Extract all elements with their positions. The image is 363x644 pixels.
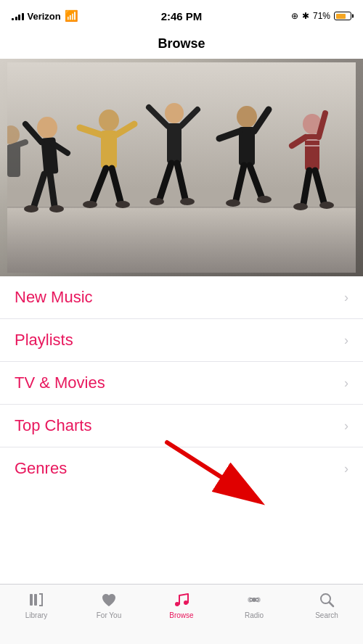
tab-radio[interactable]: Radio (218, 590, 290, 619)
svg-rect-50 (30, 594, 33, 606)
tab-library-label: Library (25, 611, 48, 619)
svg-point-27 (237, 106, 257, 128)
tab-for-you-label: For You (97, 611, 121, 619)
hero-image-container[interactable] (0, 59, 363, 276)
page-title: Browse (0, 32, 363, 59)
battery-label: 71% (313, 11, 330, 21)
hero-overlay (0, 59, 363, 276)
svg-point-44 (319, 202, 334, 209)
chevron-right-icon: › (344, 376, 348, 391)
status-right: ⊕ ✱ 71% (291, 11, 351, 21)
battery-icon (334, 12, 351, 20)
svg-point-52 (175, 602, 179, 606)
music-note-icon (172, 590, 191, 609)
chevron-right-icon: › (344, 290, 348, 305)
svg-point-11 (99, 110, 119, 131)
svg-point-43 (293, 203, 308, 210)
chevron-right-icon: › (344, 333, 348, 348)
svg-point-25 (150, 198, 164, 205)
chevron-right-icon: › (344, 418, 348, 434)
status-left: Verizon 📶 (12, 9, 78, 22)
status-time: 2:46 PM (161, 10, 203, 22)
svg-point-33 (226, 199, 240, 207)
svg-point-9 (24, 205, 38, 212)
svg-line-56 (330, 603, 334, 607)
tab-search-label: Search (315, 611, 338, 619)
svg-point-53 (184, 600, 188, 605)
svg-rect-1 (7, 207, 356, 273)
svg-rect-51 (34, 594, 37, 606)
svg-line-8 (50, 174, 54, 206)
svg-rect-20 (167, 123, 182, 163)
search-icon (317, 590, 336, 609)
tab-radio-label: Radio (245, 611, 264, 619)
menu-item-label-tv-movies: TV & Movies (15, 373, 105, 392)
tab-browse-label: Browse (169, 611, 193, 619)
status-bar: Verizon 📶 2:46 PM ⊕ ✱ 71% (0, 0, 363, 32)
tab-library[interactable]: Library (0, 590, 73, 619)
menu-item-label-playlists: Playlists (15, 331, 73, 350)
tab-for-you[interactable]: For You (73, 590, 145, 619)
menu-item-genres[interactable]: Genres › (0, 447, 363, 490)
tab-browse[interactable]: Browse (145, 590, 218, 619)
carrier-label: Verizon (28, 11, 61, 22)
menu-item-label-new-music: New Music (15, 288, 93, 307)
menu-item-tv-movies[interactable]: TV & Movies › (0, 362, 363, 405)
heart-icon (99, 590, 118, 609)
hero-image (0, 59, 363, 276)
menu-item-top-charts[interactable]: Top Charts › (0, 405, 363, 447)
menu-item-playlists[interactable]: Playlists › (0, 319, 363, 362)
menu-item-new-music[interactable]: New Music › (0, 276, 363, 319)
svg-point-10 (49, 205, 64, 212)
svg-point-34 (257, 196, 272, 203)
bluetooth-icon: ✱ (302, 11, 309, 21)
svg-point-17 (83, 201, 97, 208)
svg-point-19 (165, 103, 184, 123)
tab-bar: Library For You Browse (0, 584, 363, 644)
scroll-area: Browse (0, 32, 363, 584)
menu-item-label-top-charts: Top Charts (15, 416, 91, 435)
location-icon: ⊕ (291, 11, 298, 21)
signal-icon (12, 12, 24, 20)
menu-list: New Music › Playlists › TV & Movies › To… (0, 276, 363, 490)
radio-icon (245, 590, 264, 609)
svg-point-26 (180, 198, 195, 205)
menu-item-label-genres: Genres (15, 459, 67, 478)
chevron-right-icon: › (344, 461, 348, 476)
svg-point-18 (115, 201, 130, 208)
tab-search[interactable]: Search (290, 590, 363, 619)
dancing-figures-svg (7, 62, 356, 273)
svg-point-3 (37, 117, 57, 139)
library-icon (27, 590, 46, 609)
wifi-icon: 📶 (65, 9, 78, 22)
